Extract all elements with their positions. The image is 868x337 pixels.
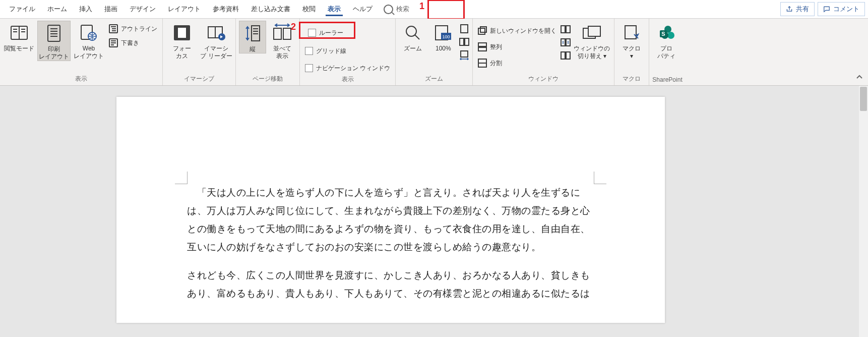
gridlines-checkbox-box [305, 47, 313, 55]
read-mode-label: 閲覧モード [4, 45, 34, 52]
focus-label2: カス [176, 52, 188, 60]
group-show: ルーラー グリッド線 ナビゲーション ウィンドウ 表示 2 [300, 19, 396, 85]
group-immersive: フォー カス イマーシ ブ リーダー イマーシブ [163, 19, 236, 85]
svg-rect-29 [283, 28, 291, 39]
switch-windows-button[interactable]: ウィンドウの 切り替え ▾ [573, 21, 611, 60]
group-macros: マクロ ▾ マクロ [614, 19, 649, 85]
read-mode-icon [9, 23, 29, 43]
annotation-2-number: 2 [291, 22, 296, 32]
navpane-checkbox[interactable]: ナビゲーション ウィンドウ [303, 62, 392, 74]
scrollbar-thumb[interactable] [860, 87, 867, 111]
zoom-100-button[interactable]: 100 100% [429, 21, 457, 52]
vertical-scrollbar[interactable] [859, 86, 868, 337]
immersive-reader-button[interactable]: イマーシ ブ リーダー [200, 21, 232, 60]
tab-references[interactable]: 参考資料 [207, 0, 245, 18]
search-box[interactable]: 検索 [379, 5, 414, 14]
share-label: 共有 [796, 5, 809, 14]
group-page-move: 縦 並べて 表示 ページ移動 [236, 19, 300, 85]
new-window-button[interactable]: 新しいウィンドウを開く [476, 25, 559, 37]
chevron-down-icon: ▾ [630, 52, 633, 60]
new-window-label: 新しいウィンドウを開く [490, 27, 556, 35]
zoom-button[interactable]: ズーム [399, 21, 427, 52]
tab-file[interactable]: ファイル [3, 0, 41, 18]
crop-mark-tr [594, 172, 606, 184]
document-area: 「天は人の上に人を造らず人の下に人を造らず」と言えり。されば天より人を生ずるには… [0, 86, 868, 337]
split-label: 分割 [490, 59, 502, 68]
paragraph-1[interactable]: 「天は人の上に人を造らず人の下に人を造らず」と言えり。されば天より人を生ずるには… [187, 184, 594, 256]
svg-rect-40 [480, 27, 486, 32]
collapse-ribbon-button[interactable] [854, 71, 865, 82]
group-page-move-label: ページ移動 [239, 74, 296, 85]
macros-button[interactable]: マクロ ▾ [617, 21, 646, 60]
group-show-label: 表示 [303, 74, 392, 86]
svg-rect-45 [561, 26, 565, 33]
ruler-checkbox[interactable]: ルーラー [303, 26, 392, 40]
share-button[interactable]: 共有 [780, 2, 815, 16]
paragraph-2[interactable]: されども今、広くこの人間世界を見渡すに、かしこき人あり、おろかなる人あり、貧しき… [187, 266, 594, 303]
outline-label: アウトライン [121, 25, 157, 33]
zoom-100-label: 100% [436, 45, 451, 52]
zoom-label: ズーム [404, 45, 422, 52]
document-page[interactable]: 「天は人の上に人を造らず人の下に人を造らず」と言えり。されば天より人を生ずるには… [116, 97, 665, 323]
side-label2: 表示 [276, 52, 288, 60]
document-body[interactable]: 「天は人の上に人を造らず人の下に人を造らず」と言えり。されば天より人を生ずるには… [187, 184, 594, 303]
svg-point-55 [667, 32, 674, 39]
side-label1: 並べて [273, 45, 291, 52]
print-layout-button[interactable]: 印刷 レイアウト [37, 21, 71, 61]
chevron-down-icon: ▾ [603, 52, 606, 60]
tab-home[interactable]: ホーム [41, 0, 73, 18]
vertical-button[interactable]: 縦 [239, 21, 266, 53]
svg-rect-49 [561, 52, 565, 59]
view-side-by-side-icon[interactable] [561, 25, 571, 34]
outline-button[interactable]: アウトライン [107, 23, 159, 35]
ribbon-tabstrip: ファイル ホーム 挿入 描画 デザイン レイアウト 参考資料 差し込み文書 校閲… [0, 0, 868, 19]
multi-page-icon[interactable] [459, 37, 469, 47]
tab-layout[interactable]: レイアウト [162, 0, 207, 18]
tab-review[interactable]: 校閲 [296, 0, 322, 18]
gridlines-checkbox[interactable]: グリッド線 [303, 45, 392, 57]
svg-rect-35 [461, 25, 468, 33]
tab-draw[interactable]: 描画 [98, 0, 123, 18]
focus-button[interactable]: フォー カス [166, 21, 198, 60]
tab-design[interactable]: デザイン [123, 0, 162, 18]
print-layout-label1: 印刷 [48, 45, 60, 53]
tab-view[interactable]: 表示 [322, 0, 347, 18]
split-button[interactable]: 分割 [476, 57, 559, 69]
reset-window-icon[interactable] [561, 51, 571, 60]
tab-help[interactable]: ヘルプ [347, 0, 379, 18]
chevron-up-icon [856, 73, 863, 80]
group-views-label: 表示 [3, 74, 159, 85]
annotation-1-number: 1 [419, 1, 424, 12]
properties-label2: パティ [657, 52, 675, 60]
comment-icon [823, 6, 830, 13]
svg-rect-28 [274, 28, 281, 39]
read-mode-button[interactable]: 閲覧モード [3, 21, 35, 52]
navpane-label: ナビゲーション ウィンドウ [316, 64, 390, 73]
zoom-100-icon: 100 [433, 23, 453, 43]
print-layout-icon [44, 23, 64, 43]
sharepoint-icon: S [656, 23, 676, 43]
svg-rect-41 [478, 43, 486, 46]
properties-button[interactable]: S プロ パティ [652, 21, 680, 60]
switch-windows-icon [582, 23, 602, 43]
annotation-1-box [427, 0, 465, 20]
web-layout-icon [79, 23, 99, 43]
vertical-label: 縦 [250, 45, 256, 53]
focus-icon [172, 23, 192, 43]
tab-insert[interactable]: 挿入 [73, 0, 98, 18]
one-page-icon[interactable] [459, 24, 469, 34]
tab-mailings[interactable]: 差し込み文書 [245, 0, 296, 18]
comment-button[interactable]: コメント [818, 2, 865, 16]
arrange-all-button[interactable]: 整列 [476, 41, 559, 53]
group-macros-label: マクロ [617, 74, 646, 85]
group-window: 新しいウィンドウを開く 整列 分割 ウィン [473, 19, 614, 85]
web-layout-button[interactable]: Web レイアウト [73, 21, 105, 60]
focus-label1: フォー [173, 45, 191, 52]
immersive-reader-icon [206, 23, 226, 43]
draft-button[interactable]: 下書き [107, 37, 159, 49]
page-width-icon[interactable] [459, 50, 469, 60]
comment-label: コメント [833, 5, 859, 14]
properties-label1: プロ [660, 45, 672, 52]
svg-line-31 [415, 35, 419, 39]
sync-scroll-icon[interactable] [561, 38, 571, 47]
